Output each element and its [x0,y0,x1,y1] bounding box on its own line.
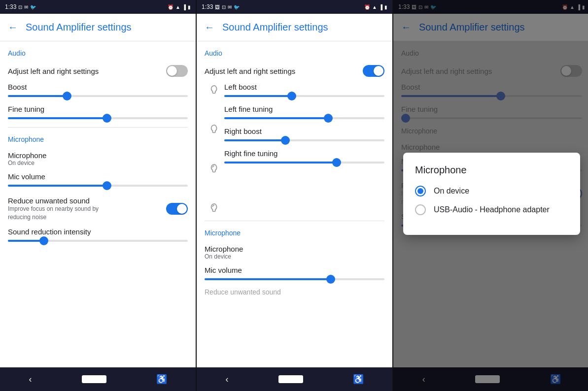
mic-row-2[interactable]: Microphone On device [205,243,384,262]
sim-icon-1: ⊡ [18,4,22,10]
right-fine-tuning-fill-2 [224,162,337,163]
reduce-unwanted-toggle-1[interactable] [166,203,188,215]
divider-2 [205,221,384,221]
mic-volume-label-1: Mic volume [8,172,188,181]
mic-row-1[interactable]: Microphone On device [8,149,188,168]
fine-tuning-track-1[interactable] [8,117,188,119]
adjust-lr-toggle-2[interactable] [363,65,384,77]
sim-icon-2: ⊡ [222,4,226,10]
back-button-2[interactable]: ← [205,22,214,33]
radio-on-device[interactable]: On device [415,186,568,196]
reduce-toggle-thumb-1 [177,204,187,214]
dialog-title: Microphone [415,164,568,176]
back-nav-1[interactable]: ‹ [21,370,40,389]
adjust-lr-row-1: Adjust left and right settings [8,63,188,79]
toggle-thumb-1 [167,66,177,76]
ear-left-1-icon [209,85,220,98]
reduce-unwanted-desc-1: Improve focus on nearby sound by reducin… [8,205,116,222]
reduce-unwanted-partial-2: Reduce unwanted sound [205,288,384,296]
right-boost-fill-2 [224,139,285,141]
right-fine-tuning-slider-2: Right fine tuning [224,149,384,163]
signal-icon-1: ▐ [182,4,186,10]
left-fine-tuning-thumb-2[interactable] [324,114,333,123]
status-bar-right-1: ⏰ ▲ ▐ ▮ [168,4,191,10]
content-2: Audio Adjust left and right settings [197,41,392,367]
status-bar-right-2: ⏰ ▲ ▐ ▮ [364,4,387,10]
right-boost-track-2[interactable] [224,139,384,141]
sound-reduction-track-1[interactable] [8,240,188,242]
right-fine-tuning-thumb-2[interactable] [332,158,341,167]
accessibility-nav-2[interactable]: ♿ [345,370,372,389]
wifi-icon-1: ▲ [175,4,180,10]
mic-label-2: Microphone [205,245,243,253]
mail-icon-2: ✉ [228,4,232,10]
sound-reduction-slider-1: Sound reduction intensity [8,228,188,242]
radio-on-device-inner [417,188,423,194]
boost-track-1[interactable] [8,95,188,97]
right-fine-tuning-track-2[interactable] [224,162,384,163]
mic-volume-track-1[interactable] [8,185,188,187]
alarm-icon-2: ⏰ [364,4,370,10]
left-boost-thumb-2[interactable] [287,92,296,100]
right-fine-tuning-label-2: Right fine tuning [224,149,384,158]
time-2: 1:33 [202,3,213,10]
twitter-icon-1: 🐦 [30,4,36,10]
mic-volume-fill-2 [205,278,331,280]
content-1: Audio Adjust left and right settings Boo… [0,41,196,367]
left-boost-label-2: Left boost [224,83,384,91]
nav-bar-2: ‹ ♿ [197,367,392,391]
right-boost-label-2: Right boost [224,127,384,135]
sound-reduction-thumb-1[interactable] [39,236,48,245]
left-boost-slider-2: Left boost [224,83,384,97]
phone-panel-3: 1:33 🖼 ⊡ ✉ 🐦 ⏰ ▲ ▐ ▮ ← Sound Amplifier s… [393,0,588,391]
reduce-unwanted-info-1: Reduce unwanted sound Improve focus on n… [8,196,116,222]
accessibility-nav-1[interactable]: ♿ [148,370,175,389]
boost-thumb-1[interactable] [63,92,71,100]
status-bar-1: 1:33 ⊡ ✉ 🐦 ⏰ ▲ ▐ ▮ [0,0,196,14]
radio-usb-audio-circle [415,204,426,215]
radio-usb-audio-label: USB-Audio - Headphone adapter [434,205,550,214]
mic-volume-slider-2: Mic volume [205,266,384,280]
phone-panel-2: 1:33 🖼 ⊡ ✉ 🐦 ⏰ ▲ ▐ ▮ ← Sound Amplifier s… [197,0,392,391]
mic-volume-track-2[interactable] [205,278,384,280]
left-boost-track-2[interactable] [224,95,384,97]
radio-on-device-circle [415,186,426,196]
left-fine-tuning-track-2[interactable] [224,117,384,119]
divider-1 [8,127,188,128]
mic-volume-thumb-2[interactable] [326,275,335,284]
adjust-lr-toggle-1[interactable] [166,65,188,77]
fine-tuning-slider-1: Fine tuning [8,105,188,119]
fine-tuning-thumb-1[interactable] [103,114,111,123]
photo-icon-2: 🖼 [215,4,220,10]
wifi-icon-2: ▲ [372,4,377,10]
fine-tuning-label-1: Fine tuning [8,105,188,113]
mic-label-1: Microphone [8,151,46,160]
mic-info-1: Microphone On device [8,151,46,166]
app-title-2: Sound Amplifier settings [222,22,328,33]
right-boost-thumb-2[interactable] [281,136,290,145]
left-fine-tuning-fill-2 [224,117,328,119]
phone-panel-1: 1:33 ⊡ ✉ 🐦 ⏰ ▲ ▐ ▮ ← Sound Amplifier set… [0,0,196,391]
mail-icon-1: ✉ [24,4,28,10]
signal-icon-2: ▐ [379,4,382,10]
time-1: 1:33 [5,3,16,10]
alarm-icon-1: ⏰ [168,4,173,10]
home-nav-2[interactable] [278,375,303,383]
boost-label-1: Boost [8,83,188,91]
home-nav-1[interactable] [82,375,106,383]
sound-reduction-fill-1 [8,240,44,242]
mic-volume-thumb-1[interactable] [103,181,111,190]
left-boost-fill-2 [224,95,292,97]
left-fine-tuning-slider-2: Left fine tuning [224,105,384,119]
mic-volume-slider-1: Mic volume [8,172,188,187]
reduce-unwanted-row-1: Reduce unwanted sound Improve focus on n… [8,195,188,224]
microphone-dialog: Microphone On device USB-Audio - Headpho… [403,153,580,235]
mic-volume-fill-1 [8,185,107,187]
adjust-lr-row-2: Adjust left and right settings [205,63,384,79]
mic-volume-label-2: Mic volume [205,266,384,274]
ear-left-2-icon [209,124,220,138]
mic-sublabel-1: On device [8,160,46,166]
back-button-1[interactable]: ← [8,22,18,33]
back-nav-2[interactable]: ‹ [218,370,237,389]
radio-usb-audio[interactable]: USB-Audio - Headphone adapter [415,204,568,215]
